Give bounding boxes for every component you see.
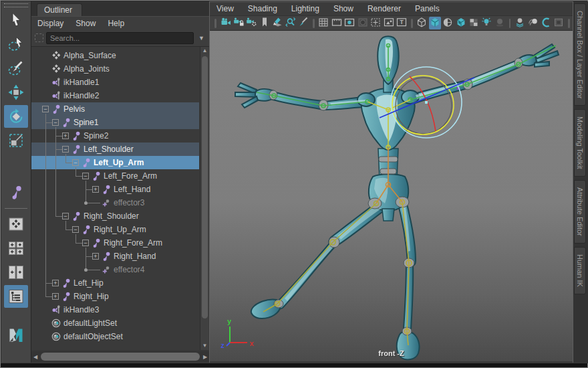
outliner-item-effector4[interactable]: effector4 (31, 263, 199, 276)
right-tab-attribute-editor[interactable]: Attribute Editor (574, 180, 586, 244)
screen-space-ao-button[interactable] (514, 17, 526, 29)
grid-toggle-button[interactable] (317, 17, 329, 29)
expand-icon[interactable]: + (92, 186, 99, 193)
layout-single-pane-button[interactable] (4, 213, 28, 236)
move-tool-button[interactable] (4, 81, 28, 104)
outliner-menu-show[interactable]: Show (76, 19, 96, 28)
outliner-item-spine1[interactable]: −Spine1 (31, 116, 199, 129)
pan-zoom-tool-button[interactable] (285, 17, 297, 29)
safe-action-button[interactable] (382, 17, 394, 29)
grease-pencil-button[interactable] (297, 17, 309, 29)
outliner-item-left_up_arm[interactable]: −Left_Up_Arm (31, 156, 199, 169)
outliner-item-alpha_joints[interactable]: Alpha_Joints (31, 62, 199, 76)
wireframe-mode-button[interactable] (416, 17, 428, 29)
viewport-menu-view[interactable]: View (216, 4, 234, 13)
right-tab-modeling-toolkit[interactable]: Modeling Toolkit (574, 109, 586, 177)
outliner-item-alpha_surface[interactable]: Alpha_Surface (31, 49, 199, 62)
collapse-icon[interactable]: − (82, 240, 89, 246)
outliner-item-defaultlightset[interactable]: defaultLightSet (31, 316, 199, 330)
camera-attributes-button[interactable] (245, 17, 257, 29)
search-input[interactable] (46, 32, 194, 44)
viewport-menu-lighting[interactable]: Lighting (291, 4, 319, 13)
search-dropdown-icon[interactable]: ▼ (196, 35, 206, 41)
collapse-icon[interactable]: − (42, 106, 49, 112)
layout-two-pane-button[interactable] (4, 261, 28, 284)
scale-tool-button[interactable] (4, 129, 28, 152)
select-camera-button[interactable] (219, 17, 231, 29)
layout-outliner-persp-button[interactable] (4, 285, 28, 308)
outliner-item-right_fore_arm[interactable]: −Right_Fore_Arm (31, 236, 199, 250)
bookmarks-button[interactable] (259, 17, 271, 29)
outliner-menubar: DisplayShowHelp (31, 16, 209, 29)
outliner-item-right_up_arm[interactable]: −Right_Up_Arm (31, 223, 199, 236)
shaded-mode-button[interactable] (429, 17, 441, 29)
outliner-item-left_hand[interactable]: +Left_Hand (31, 183, 199, 196)
collapse-icon[interactable]: − (62, 146, 69, 153)
right-tab-channel-box-layer-editor[interactable]: Channel Box / Layer Editor (574, 3, 586, 106)
scroll-right-icon[interactable]: ▶ (201, 354, 209, 360)
outliner-item-ikhandle1[interactable]: ikHandle1 (31, 76, 199, 89)
select-tool-button[interactable] (4, 9, 28, 31)
motion-blur-button[interactable] (527, 17, 539, 29)
outliner-item-left_hip[interactable]: +Left_Hip (31, 276, 199, 290)
collapse-icon[interactable]: − (82, 173, 89, 179)
isolate-select-button[interactable] (553, 17, 565, 29)
layout-four-pane-button[interactable] (4, 237, 28, 260)
character-model[interactable] (210, 31, 573, 361)
rotate-tool-button[interactable] (4, 105, 28, 128)
outliner-item-ikhandle2[interactable]: ikHandle2 (31, 89, 199, 102)
lock-camera-button[interactable] (233, 17, 245, 29)
film-gate-button[interactable] (331, 17, 343, 29)
outliner-item-pelvis[interactable]: −Pelvis (31, 102, 199, 116)
anti-aliasing-button[interactable] (540, 17, 552, 29)
outliner-horizontal-scrollbar[interactable]: ◀ ▶ (31, 351, 209, 362)
outliner-item-defaultobjectset[interactable]: defaultObjectSet (31, 330, 199, 343)
scroll-thumb[interactable] (202, 56, 208, 318)
use-default-material-button[interactable] (468, 17, 480, 29)
viewport-canvas[interactable]: y x z front -Z (210, 31, 573, 361)
right-tab-human-ik[interactable]: Human IK (574, 247, 586, 294)
lasso-select-tool-button[interactable] (4, 33, 28, 56)
resolution-gate-button[interactable] (343, 17, 355, 29)
outliner-tab[interactable]: Outliner (37, 3, 82, 16)
filter-icon[interactable] (35, 33, 43, 42)
outliner-item-effector3[interactable]: effector3 (31, 196, 199, 209)
outliner-item-ikhandle3[interactable]: ikHandle3 (31, 303, 199, 316)
edit-bookmarks-button[interactable] (271, 17, 283, 29)
rotate-icon (7, 108, 25, 125)
collapse-icon[interactable]: − (62, 213, 69, 219)
textured-mode-button[interactable] (454, 17, 466, 29)
field-chart-button[interactable] (370, 17, 382, 29)
hscroll-thumb[interactable] (41, 353, 200, 361)
item-label: Right_Hand (114, 252, 156, 261)
scroll-down-icon[interactable]: ▼ (200, 342, 209, 350)
outliner-item-right_hip[interactable]: +Right_Hip (31, 290, 199, 303)
paint-select-tool-button[interactable] (4, 57, 28, 80)
safe-title-button[interactable]: T (396, 17, 408, 29)
collapse-icon[interactable]: − (52, 119, 59, 126)
viewport-menu-show[interactable]: Show (333, 4, 353, 13)
outliner-item-right_hand[interactable]: +Right_Hand (31, 250, 199, 263)
expand-icon[interactable]: + (62, 132, 69, 139)
joint-icon (92, 171, 101, 181)
outliner-menu-help[interactable]: Help (108, 19, 124, 28)
collapse-icon[interactable]: − (72, 159, 79, 166)
wireframe-on-shaded-button[interactable] (442, 17, 454, 29)
expand-icon[interactable]: + (52, 280, 59, 286)
gate-mask-button[interactable] (357, 17, 369, 29)
collapse-icon[interactable]: − (72, 226, 79, 233)
outliner-menu-display[interactable]: Display (37, 19, 63, 28)
outliner-item-left_fore_arm[interactable]: −Left_Fore_Arm (31, 169, 199, 183)
scroll-up-icon[interactable]: ▲ (200, 47, 209, 55)
shadows-toggle-button[interactable] (494, 17, 506, 29)
joint-tool-button[interactable] (4, 181, 28, 204)
viewport-menu-shading[interactable]: Shading (248, 4, 277, 13)
viewport-menu-panels[interactable]: Panels (415, 4, 440, 13)
expand-icon[interactable]: + (52, 293, 59, 300)
lighting-toggle-button[interactable] (480, 17, 492, 29)
viewport-menu-renderer[interactable]: Renderer (368, 4, 401, 13)
scroll-left-icon[interactable]: ◀ (31, 354, 39, 360)
outliner-vertical-scrollbar[interactable]: ▲ ▼ (200, 47, 208, 350)
toolbox-drag-handle[interactable] (4, 3, 28, 7)
expand-icon[interactable]: + (92, 253, 99, 260)
